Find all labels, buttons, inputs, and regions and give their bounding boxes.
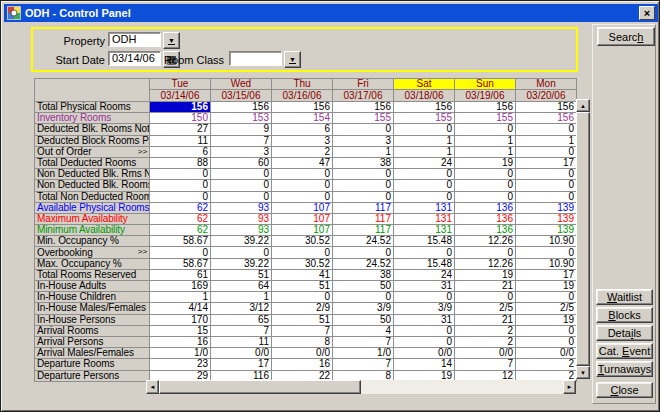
grid-cell[interactable]: 93 xyxy=(211,213,272,224)
grid-cell[interactable]: 0 xyxy=(211,247,272,258)
grid-cell[interactable]: 0 xyxy=(516,146,577,157)
grid-cell[interactable]: 0 xyxy=(272,169,333,180)
grid-cell[interactable]: 0 xyxy=(333,169,394,180)
grid-cell[interactable]: 7 xyxy=(211,325,272,336)
grid-cell[interactable]: 2 xyxy=(455,325,516,336)
grid-cell[interactable]: 1 xyxy=(150,292,211,303)
grid-cell[interactable]: 156 xyxy=(272,102,333,113)
grid-cell[interactable]: 0 xyxy=(150,180,211,191)
grid-cell[interactable]: 50 xyxy=(333,281,394,292)
grid-cell[interactable]: 156 xyxy=(150,102,211,113)
grid-cell[interactable]: 19 xyxy=(516,314,577,325)
grid-cell[interactable]: 139 xyxy=(516,213,577,224)
vscroll-thumb[interactable] xyxy=(576,112,590,366)
grid-cell[interactable]: 47 xyxy=(272,157,333,168)
grid-cell[interactable]: 0 xyxy=(516,247,577,258)
grid-cell[interactable]: 0/0 xyxy=(455,348,516,359)
grid-cell[interactable]: 0 xyxy=(455,247,516,258)
grid-cell[interactable]: 58.67 xyxy=(150,258,211,269)
grid-cell[interactable]: 169 xyxy=(150,281,211,292)
grid-cell[interactable]: 31 xyxy=(394,314,455,325)
grid-cell[interactable]: 60 xyxy=(211,157,272,168)
grid-cell[interactable]: 170 xyxy=(150,314,211,325)
grid-cell[interactable]: 12.26 xyxy=(455,258,516,269)
grid-cell[interactable]: 0 xyxy=(150,247,211,258)
grid-cell[interactable]: 24.52 xyxy=(333,258,394,269)
grid-cell[interactable]: 24.52 xyxy=(333,236,394,247)
grid-cell[interactable]: 0 xyxy=(272,247,333,258)
grid-cell[interactable]: 156 xyxy=(516,113,577,124)
grid-cell[interactable]: 64 xyxy=(211,281,272,292)
search-button[interactable]: Search xyxy=(597,27,655,46)
grid-cell[interactable]: 8 xyxy=(272,336,333,347)
grid-cell[interactable]: 51 xyxy=(272,281,333,292)
grid-cell[interactable]: 1/0 xyxy=(150,348,211,359)
grid-cell[interactable]: 31 xyxy=(394,281,455,292)
grid-cell[interactable]: 17 xyxy=(211,359,272,370)
grid-cell[interactable]: 0 xyxy=(150,191,211,202)
waitlist-button[interactable]: Waitlist xyxy=(596,289,653,305)
grid-cell[interactable]: 0/0 xyxy=(394,348,455,359)
grid-cell[interactable]: 2 xyxy=(272,146,333,157)
grid-cell[interactable]: 21 xyxy=(455,281,516,292)
grid-cell[interactable]: 0 xyxy=(455,169,516,180)
grid-cell[interactable]: 88 xyxy=(150,157,211,168)
grid-cell[interactable]: 17 xyxy=(516,157,577,168)
grid-cell[interactable]: 3 xyxy=(272,135,333,146)
grid-cell[interactable]: 155 xyxy=(394,113,455,124)
grid-cell[interactable]: 131 xyxy=(394,225,455,236)
grid-cell[interactable]: 0 xyxy=(516,191,577,202)
grid-cell[interactable]: 15.48 xyxy=(394,236,455,247)
grid-cell[interactable]: 0/0 xyxy=(272,348,333,359)
grid-cell[interactable]: 0 xyxy=(272,292,333,303)
grid-cell[interactable]: 7 xyxy=(455,359,516,370)
grid-cell[interactable]: 1 xyxy=(394,146,455,157)
grid-cell[interactable]: 27 xyxy=(150,124,211,135)
grid-cell[interactable]: 15.48 xyxy=(394,258,455,269)
grid-cell[interactable]: 155 xyxy=(333,113,394,124)
grid-cell[interactable]: 156 xyxy=(211,102,272,113)
turnaways-button[interactable]: Turnaways xyxy=(596,361,653,377)
grid-cell[interactable]: 131 xyxy=(394,213,455,224)
titlebar[interactable]: ODH - Control Panel × xyxy=(4,4,658,22)
room-class-combobox[interactable] xyxy=(229,51,282,66)
grid-cell[interactable]: 11 xyxy=(150,135,211,146)
grid-cell[interactable]: 4 xyxy=(333,325,394,336)
grid-cell[interactable]: 0 xyxy=(455,180,516,191)
grid-cell[interactable]: 14 xyxy=(394,359,455,370)
grid-cell[interactable]: 0 xyxy=(394,247,455,258)
grid-cell[interactable]: 61 xyxy=(150,269,211,280)
grid-cell[interactable]: 16 xyxy=(150,336,211,347)
grid-cell[interactable]: 0 xyxy=(333,247,394,258)
grid-cell[interactable]: 156 xyxy=(455,102,516,113)
grid-cell[interactable]: 19 xyxy=(455,157,516,168)
grid-cell[interactable]: 139 xyxy=(516,202,577,213)
grid-cell[interactable]: 0 xyxy=(211,180,272,191)
grid-cell[interactable]: 117 xyxy=(333,213,394,224)
grid-cell[interactable]: 0 xyxy=(455,292,516,303)
grid-cell[interactable]: 0 xyxy=(394,124,455,135)
grid-cell[interactable]: 24 xyxy=(394,157,455,168)
grid-cell[interactable]: 19 xyxy=(455,269,516,280)
scroll-down-button[interactable]: ▼ xyxy=(576,366,590,379)
grid-cell[interactable]: 65 xyxy=(211,314,272,325)
grid-cell[interactable]: 117 xyxy=(333,202,394,213)
scrollbar-vertical[interactable]: ▲ ▼ xyxy=(576,99,590,379)
grid-cell[interactable]: 0 xyxy=(333,191,394,202)
grid-cell[interactable]: 0 xyxy=(150,169,211,180)
grid-cell[interactable]: 3 xyxy=(211,146,272,157)
grid-cell[interactable]: 154 xyxy=(272,113,333,124)
grid-cell[interactable]: 0 xyxy=(455,191,516,202)
grid-cell[interactable]: 12.26 xyxy=(455,236,516,247)
grid-cell[interactable]: 38 xyxy=(333,157,394,168)
grid-cell[interactable]: 156 xyxy=(394,102,455,113)
grid-cell[interactable]: 107 xyxy=(272,202,333,213)
grid-cell[interactable]: 19 xyxy=(516,281,577,292)
grid-cell[interactable]: 3/9 xyxy=(333,303,394,314)
grid-cell[interactable]: 0 xyxy=(516,169,577,180)
grid-cell[interactable]: 3 xyxy=(333,135,394,146)
grid-cell[interactable]: 10.90 xyxy=(516,236,577,247)
grid-cell[interactable]: 1 xyxy=(211,292,272,303)
grid-cell[interactable]: 0 xyxy=(394,169,455,180)
grid-cell[interactable]: 107 xyxy=(272,225,333,236)
